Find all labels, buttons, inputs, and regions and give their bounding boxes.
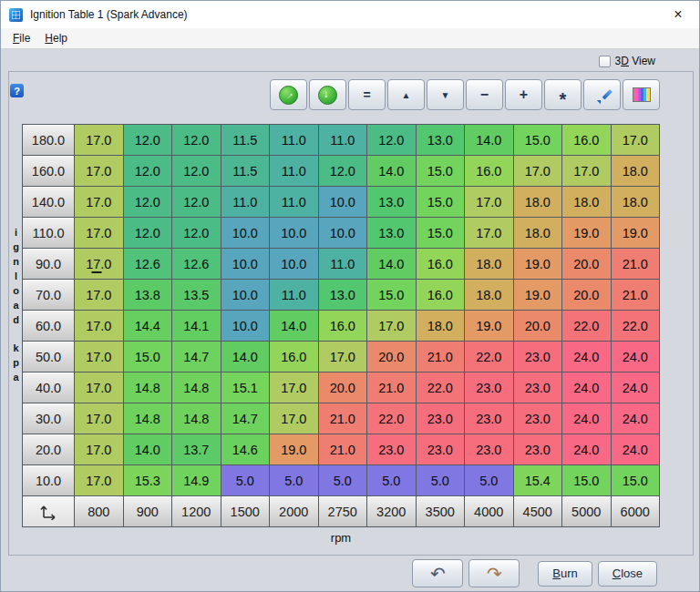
table-cell[interactable]: 16.0 xyxy=(270,342,318,372)
table-cell[interactable]: 24.0 xyxy=(562,342,611,372)
table-cell[interactable]: 12.0 xyxy=(124,218,172,248)
table-cell[interactable]: 12.0 xyxy=(124,187,172,217)
table-cell[interactable]: 16.0 xyxy=(417,280,465,310)
help-icon[interactable]: ? xyxy=(10,84,24,97)
table-cell[interactable]: 24.0 xyxy=(612,373,660,403)
table-cell[interactable]: 17.0 xyxy=(75,465,123,495)
table-cell[interactable]: 13.7 xyxy=(172,434,221,464)
table-cell[interactable]: 20.0 xyxy=(367,342,416,372)
table-cell[interactable]: 5.0 xyxy=(221,465,270,495)
table-cell[interactable]: 17.0 xyxy=(75,125,123,155)
table-cell[interactable]: 14.7 xyxy=(221,403,270,434)
table-cell[interactable]: 17.0 xyxy=(562,156,611,186)
table-cell[interactable]: 12.0 xyxy=(367,125,416,155)
table-cell[interactable]: 17.0 xyxy=(514,156,562,186)
table-cell[interactable]: 14.8 xyxy=(172,373,221,403)
table-cell[interactable]: 24.0 xyxy=(562,403,611,434)
table-cell[interactable]: 23.0 xyxy=(514,434,562,464)
table-cell[interactable]: 17.0 xyxy=(319,342,367,372)
table-cell[interactable]: 21.0 xyxy=(319,403,367,434)
load-row-header[interactable]: 40.0 xyxy=(23,373,74,403)
table-cell[interactable]: 17.0 xyxy=(75,403,123,434)
table-cell[interactable]: 5.0 xyxy=(465,465,513,495)
table-cell[interactable]: 11.0 xyxy=(319,125,367,155)
table-cell[interactable]: 17.0 xyxy=(612,125,660,155)
table-cell[interactable]: 11.0 xyxy=(270,125,318,155)
table-cell[interactable]: 17.0 xyxy=(75,311,123,341)
table-cell[interactable]: 10.0 xyxy=(270,218,318,248)
table-cell[interactable]: 14.8 xyxy=(124,403,172,434)
table-cell[interactable]: 23.0 xyxy=(367,434,416,464)
table-cell[interactable]: 15.0 xyxy=(367,280,416,310)
decrease-button[interactable]: − xyxy=(466,79,503,110)
decrement-button[interactable]: ▼ xyxy=(427,79,464,110)
table-cell[interactable]: 19.0 xyxy=(562,218,611,248)
table-cell[interactable]: 12.6 xyxy=(172,249,221,279)
table-cell[interactable]: 13.5 xyxy=(172,280,221,310)
table-cell[interactable]: 14.0 xyxy=(270,311,318,341)
table-cell[interactable]: 17.0 xyxy=(75,342,123,372)
table-cell[interactable]: 12.0 xyxy=(124,125,172,155)
load-row-header[interactable]: 30.0 xyxy=(23,403,74,434)
heatmap-toggle-button[interactable] xyxy=(623,79,660,110)
table-cell[interactable]: 16.0 xyxy=(465,156,513,186)
load-row-header[interactable]: 90.0 xyxy=(23,249,74,279)
load-row-header[interactable]: 50.0 xyxy=(23,342,74,372)
table-cell[interactable]: 23.0 xyxy=(514,373,562,403)
burn-button[interactable]: Burn xyxy=(538,561,592,587)
table-cell[interactable]: 10.0 xyxy=(221,311,270,341)
table-cell[interactable]: 10.0 xyxy=(319,218,367,248)
edit-cell-button[interactable] xyxy=(583,79,621,110)
table-cell[interactable]: 19.0 xyxy=(465,311,513,341)
table-cell[interactable]: 18.0 xyxy=(612,156,660,186)
table-cell[interactable]: 23.0 xyxy=(417,403,465,434)
table-cell[interactable]: 11.5 xyxy=(221,156,270,186)
table-cell[interactable]: 14.0 xyxy=(367,156,416,186)
table-cell[interactable]: 19.0 xyxy=(270,434,318,464)
table-cell[interactable]: 5.0 xyxy=(270,465,318,495)
table-cell[interactable]: 20.0 xyxy=(562,249,611,279)
rpm-col-header[interactable]: 5000 xyxy=(562,496,611,526)
table-cell[interactable]: 14.0 xyxy=(367,249,416,279)
table-cell[interactable]: 12.0 xyxy=(172,156,221,186)
table-cell[interactable]: 18.0 xyxy=(465,280,513,310)
set-value-button[interactable]: = xyxy=(348,79,386,110)
table-cell[interactable]: 22.0 xyxy=(465,342,513,372)
table-cell[interactable]: 23.0 xyxy=(417,434,465,464)
table-cell[interactable]: 15.0 xyxy=(514,125,562,155)
table-cell[interactable]: 14.8 xyxy=(124,373,172,403)
table-cell[interactable]: 12.0 xyxy=(172,218,221,248)
table-cell[interactable]: 24.0 xyxy=(562,434,611,464)
close-button[interactable]: Close xyxy=(598,561,657,587)
rpm-col-header[interactable]: 4000 xyxy=(465,496,513,526)
table-cell[interactable]: 20.0 xyxy=(319,373,367,403)
rpm-col-header[interactable]: 2000 xyxy=(270,496,318,526)
redo-button[interactable]: ↷ xyxy=(468,559,520,587)
table-cell[interactable]: 12.0 xyxy=(319,156,367,186)
table-cell[interactable]: 17.0 xyxy=(270,403,318,434)
table-cell[interactable]: 14.0 xyxy=(465,125,513,155)
table-cell[interactable]: 21.0 xyxy=(612,249,660,279)
menu-file[interactable]: File xyxy=(5,29,37,47)
increment-button[interactable]: ▲ xyxy=(387,79,425,110)
table-cell[interactable]: 10.0 xyxy=(270,249,318,279)
table-cell[interactable]: 15.3 xyxy=(124,465,172,495)
table-cell[interactable]: 17.0 xyxy=(270,373,318,403)
table-cell[interactable]: 24.0 xyxy=(562,373,611,403)
table-cell[interactable]: 17.0 xyxy=(75,187,123,217)
rpm-col-header[interactable]: 4500 xyxy=(514,496,562,526)
table-cell[interactable]: 15.4 xyxy=(514,465,562,495)
table-cell[interactable]: 21.0 xyxy=(367,373,416,403)
load-row-header[interactable]: 140.0 xyxy=(23,187,74,217)
table-cell[interactable]: 19.0 xyxy=(612,218,660,248)
table-cell[interactable]: 11.0 xyxy=(270,156,318,186)
table-cell[interactable]: 14.6 xyxy=(221,434,270,464)
rpm-col-header[interactable]: 1500 xyxy=(221,496,270,526)
fetch-from-ecu-button[interactable]: → xyxy=(309,79,346,110)
table-cell[interactable]: 20.0 xyxy=(514,311,562,341)
table-cell[interactable]: 16.0 xyxy=(562,125,611,155)
table-cell[interactable]: 17.0 xyxy=(75,373,123,403)
rpm-col-header[interactable]: 1200 xyxy=(172,496,221,526)
rpm-col-header[interactable]: 800 xyxy=(75,496,123,526)
rpm-col-header[interactable]: 2750 xyxy=(319,496,367,526)
